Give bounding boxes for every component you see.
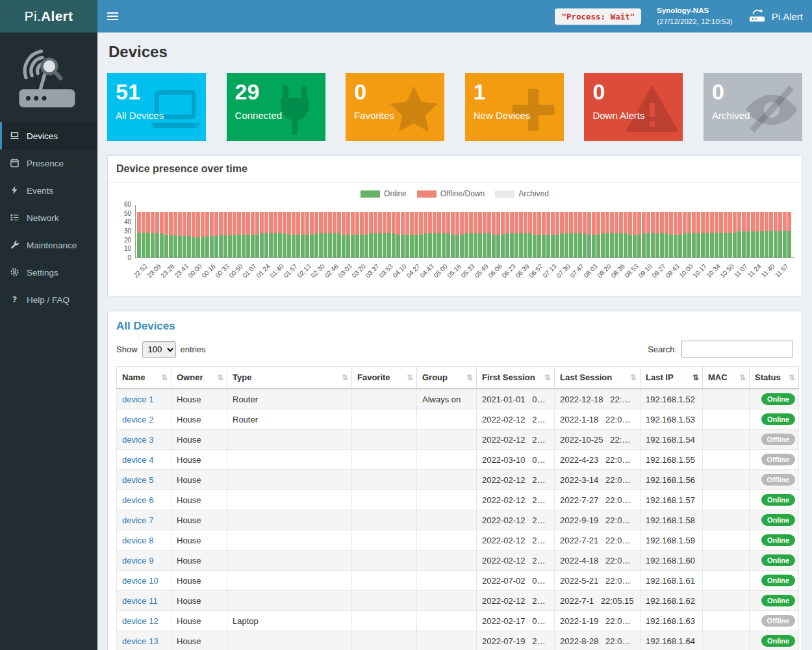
chart-bar: [769, 212, 773, 257]
cell-last-ip: 192.168.1.59: [641, 530, 703, 551]
table-search-input[interactable]: [681, 341, 793, 358]
column-header-status[interactable]: Status⇅: [750, 367, 799, 389]
cell-mac: [703, 571, 750, 591]
device-link[interactable]: device 9: [122, 556, 153, 566]
column-header-last-session[interactable]: Last Session⇅: [555, 367, 641, 389]
cell-first-session: 2022-03-10 03:55: [477, 450, 555, 470]
nas-timestamp: (27/12/2022, 12:10:53): [657, 16, 732, 27]
chart-bar: [601, 212, 605, 257]
chart-bar: [346, 212, 350, 257]
bolt-icon: [10, 185, 20, 196]
device-link[interactable]: device 5: [122, 475, 153, 485]
cell-name: device 5: [117, 470, 171, 490]
sidebar-toggle-button[interactable]: [97, 0, 127, 32]
chart-bar: [478, 212, 482, 257]
chart-bar: [605, 212, 609, 257]
stat-card-favorites[interactable]: 0Favorites: [346, 73, 444, 141]
y-tick-label: 40: [124, 219, 131, 226]
column-header-name[interactable]: Name⇅: [117, 367, 171, 389]
device-link[interactable]: device 10: [122, 576, 159, 586]
chart-bar: [628, 212, 632, 257]
device-link[interactable]: device 6: [122, 495, 153, 505]
chart-bar: [424, 212, 427, 257]
chart-bar: [374, 212, 377, 257]
cell-owner: House: [171, 591, 227, 611]
device-link[interactable]: device 13: [122, 636, 159, 646]
device-link[interactable]: device 12: [122, 616, 159, 626]
app-logo[interactable]: Pi.Alert: [0, 0, 97, 32]
chart-bar: [637, 212, 641, 257]
sidebar-item-events[interactable]: Events: [0, 177, 97, 204]
cell-name: device 3: [117, 430, 171, 450]
chart-bar: [433, 212, 437, 257]
column-header-favorite[interactable]: Favorite⇅: [352, 367, 417, 389]
sidebar-item-network[interactable]: Network: [0, 204, 97, 231]
column-header-owner[interactable]: Owner⇅: [171, 367, 227, 389]
device-link[interactable]: device 11: [122, 596, 158, 606]
sidebar-item-maintenance[interactable]: Maintenance: [0, 231, 97, 259]
navbar-right: "Process: Wait" Synology-NAS (27/12/2022…: [555, 5, 812, 27]
table-row: device 12HouseLaptop2022-02-17 08:052022…: [117, 611, 799, 631]
sidebar-menu: DevicesPresenceEventsNetworkMaintenanceS…: [0, 122, 97, 313]
device-link[interactable]: device 8: [122, 536, 153, 545]
chart-bar: [210, 212, 214, 257]
chart-bar: [228, 212, 232, 257]
chart-bar: [237, 212, 241, 257]
column-header-group[interactable]: Group⇅: [417, 367, 477, 389]
chart-bar: [624, 212, 628, 257]
stat-card-all-devices[interactable]: 51All Devices: [107, 73, 206, 141]
cell-owner: House: [171, 410, 227, 430]
sidebar-item-devices[interactable]: Devices: [0, 122, 97, 150]
cell-type: [227, 591, 352, 611]
page-length-control: Show 100 entries: [116, 341, 206, 358]
chart-bar: [201, 212, 205, 257]
chart-bar: [492, 212, 496, 257]
cell-type: [227, 631, 352, 650]
chart-bar: [755, 212, 759, 257]
status-badge: Online: [761, 534, 795, 546]
table-row: device 11House2022-02-12 22:052022-7-1 2…: [117, 591, 799, 611]
legend-item-offline-down: Offline/Down: [417, 189, 485, 198]
column-header-first-session[interactable]: First Session⇅: [477, 367, 555, 389]
chart-bar: [319, 212, 323, 257]
sidebar-item-settings[interactable]: Settings: [0, 259, 97, 286]
sidebar: DevicesPresenceEventsNetworkMaintenanceS…: [0, 32, 97, 650]
devices-panel: All Devices Show 100 entries Search: Nam…: [107, 311, 802, 650]
column-header-mac[interactable]: MAC⇅: [703, 367, 750, 389]
sidebar-item-help-faq[interactable]: ?Help / FAQ: [0, 286, 97, 313]
sidebar-item-presence[interactable]: Presence: [0, 150, 97, 177]
column-header-type[interactable]: Type⇅: [227, 367, 352, 389]
chart-bar: [460, 212, 464, 257]
chart-bar: [437, 212, 441, 257]
device-link[interactable]: device 3: [122, 435, 153, 445]
stat-card-archived[interactable]: 0Archived: [704, 73, 802, 141]
cell-name: device 11: [117, 591, 171, 611]
stat-card-connected[interactable]: 29Connected: [227, 73, 325, 141]
header-brand[interactable]: Pi.Alert: [748, 8, 803, 25]
chart-bar: [778, 212, 782, 257]
stat-card-down-alerts[interactable]: 0Down Alerts: [584, 73, 683, 141]
chart-bar: [665, 212, 668, 257]
sort-icon: ⇅: [217, 373, 223, 382]
device-link[interactable]: device 2: [122, 415, 153, 424]
column-header-last-ip[interactable]: Last IP⇅: [641, 367, 703, 389]
calendar-icon: [10, 158, 20, 168]
device-link[interactable]: device 4: [122, 455, 153, 465]
cell-last-session: 2022-9-19 22:05.26: [555, 510, 641, 530]
chart-bar: [610, 212, 614, 257]
chart-bar: [296, 212, 300, 257]
device-link[interactable]: device 1: [122, 395, 153, 404]
chart-bar: [387, 212, 391, 257]
cell-group: [417, 530, 477, 551]
device-link[interactable]: device 7: [122, 515, 153, 525]
hamburger-icon: [107, 12, 118, 14]
cell-status: Online: [750, 510, 799, 530]
cell-last-session: 2022-8-28 22:05.51: [555, 631, 641, 650]
page-length-select[interactable]: 100: [142, 341, 176, 358]
cell-name: device 10: [117, 571, 171, 591]
chart-bar: [310, 212, 314, 257]
stat-card-new-devices[interactable]: 1New Devices: [465, 73, 564, 141]
cell-mac: [703, 611, 750, 631]
chart-bar: [355, 212, 359, 257]
chart-bar: [524, 212, 527, 257]
